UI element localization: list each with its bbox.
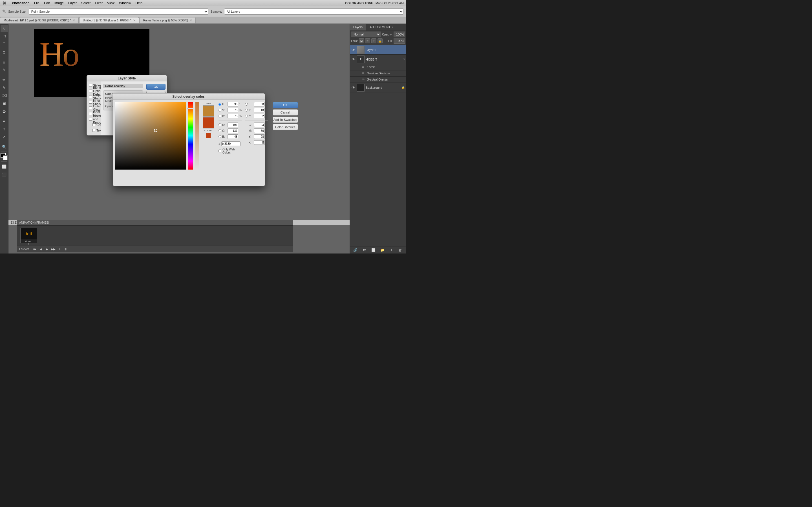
type-tool[interactable]: T — [1, 125, 8, 133]
select-menu[interactable]: Select — [81, 1, 91, 5]
contour-checkbox[interactable] — [93, 123, 95, 126]
only-web-checkbox[interactable] — [218, 150, 221, 152]
R-input[interactable] — [227, 122, 238, 127]
effects-eye[interactable]: 👁 — [361, 65, 365, 69]
hobbit-visibility[interactable]: 👁 — [351, 57, 356, 62]
style-inner-shadow[interactable]: Inner Shadow — [87, 100, 101, 105]
window-menu[interactable]: Window — [119, 1, 131, 5]
new-layer-btn[interactable]: + — [389, 247, 394, 253]
layer1-visibility[interactable]: 👁 — [351, 48, 356, 52]
H-radio[interactable] — [218, 103, 221, 106]
layer-menu[interactable]: Layer — [68, 1, 77, 5]
G-radio[interactable] — [218, 129, 221, 132]
bevel-emboss-eye[interactable]: 👁 — [361, 71, 365, 75]
filter-menu[interactable]: Filter — [95, 1, 103, 5]
cp-ok-button[interactable]: OK — [273, 102, 298, 108]
ok-button[interactable]: OK — [146, 83, 165, 90]
gradient-overlay-eye[interactable]: 👁 — [361, 78, 365, 82]
marquee-tool[interactable]: ⬚ — [1, 33, 8, 40]
bg-visibility[interactable]: 👁 — [351, 86, 356, 90]
inner-shadow-checkbox[interactable] — [89, 101, 92, 104]
sample-select[interactable]: All Layers — [224, 8, 404, 15]
layer-item-hobbit[interactable]: 👁 T HOBBIT fx — [350, 55, 406, 64]
fill-input[interactable] — [394, 38, 405, 44]
a-input[interactable] — [254, 108, 265, 112]
a-radio[interactable] — [245, 109, 248, 112]
anim-next-btn[interactable]: ▶▶ — [51, 247, 56, 251]
B-input[interactable] — [227, 114, 238, 118]
bevel-emboss-effect[interactable]: 👁 Bevel and Emboss — [350, 70, 406, 76]
photoshop-menu[interactable]: Photoshop — [12, 1, 30, 5]
anim-play-btn[interactable]: ▶ — [45, 247, 50, 251]
dodge-tool[interactable]: ◒ — [1, 108, 8, 115]
cp-add-swatches-button[interactable]: Add To Swatches — [273, 117, 298, 123]
layer-item-background[interactable]: 👁 Background 🔒 — [350, 83, 406, 93]
B2-input[interactable] — [227, 134, 238, 139]
lock-all-btn[interactable]: 🔒 — [377, 38, 383, 43]
animation-frame-1[interactable]: A:it 0 sec. 1 — [20, 228, 37, 243]
b3-input[interactable] — [254, 114, 265, 118]
lock-transparency-btn[interactable]: ◪ — [359, 38, 364, 43]
pen-tool[interactable]: ✒ — [1, 117, 8, 125]
K-input[interactable] — [254, 140, 265, 145]
gradient-overlay-effect[interactable]: 👁 Gradient Overlay — [350, 76, 406, 83]
link-layers-btn[interactable]: 🔗 — [353, 247, 358, 253]
anim-delete-frame-btn[interactable]: 🗑 — [63, 247, 68, 251]
new-group-btn[interactable]: 📁 — [379, 247, 385, 253]
style-blending[interactable]: Blending Options: Default — [87, 88, 101, 94]
tab-1-close[interactable]: ✕ — [133, 19, 135, 22]
delete-layer-btn[interactable]: 🗑 — [398, 247, 403, 253]
background-color[interactable] — [3, 155, 8, 160]
tab-0[interactable]: Middle-earth EP 1 1.psd @ 33.3% (HOBBIT,… — [0, 17, 79, 23]
anim-first-btn[interactable]: ⏮ — [32, 247, 37, 251]
cp-color-libraries-button[interactable]: Color Libraries — [273, 124, 298, 130]
screen-mode-btn[interactable]: ⬛ — [1, 171, 8, 178]
eyedropper-tool-tb[interactable]: ✎ — [1, 66, 8, 73]
eraser-tool[interactable]: ⌫ — [1, 92, 8, 99]
style-satin[interactable]: Satin — [87, 133, 101, 135]
H-input[interactable] — [227, 102, 238, 107]
blending-checkbox[interactable] — [89, 90, 92, 93]
sample-size-select[interactable]: Point Sample — [29, 8, 208, 15]
tab-2-close[interactable]: ✕ — [190, 19, 192, 22]
style-outer-glow[interactable]: Outer Glow — [87, 105, 101, 111]
tab-1[interactable]: Untitled-1 @ 33.3% (Layer 1, RGB/8) * ✕ — [79, 17, 139, 23]
b3-radio[interactable] — [245, 115, 248, 117]
gradient-tool[interactable]: ▣ — [1, 100, 8, 107]
quick-select-tool[interactable]: ⊙ — [1, 48, 8, 56]
foreground-background-colors[interactable] — [1, 153, 8, 160]
L-radio[interactable] — [245, 103, 248, 106]
tab-2[interactable]: Runes Texture.png @ 50% (RGB/8) ✕ — [140, 17, 196, 23]
R-radio[interactable] — [218, 123, 221, 126]
L-input[interactable] — [254, 102, 265, 107]
S-input[interactable] — [227, 108, 238, 112]
M-input[interactable] — [254, 128, 265, 133]
apple-menu[interactable]: ⌘ — [2, 1, 6, 5]
view-menu[interactable]: View — [107, 1, 114, 5]
cp-cancel-button[interactable]: Cancel — [273, 109, 298, 115]
styles-checkbox[interactable] — [89, 84, 92, 87]
path-tool[interactable]: ↗ — [1, 133, 8, 140]
quick-mask-btn[interactable]: ⬜ — [1, 163, 8, 170]
satin-checkbox[interactable] — [89, 135, 92, 135]
edit-menu[interactable]: Edit — [44, 1, 50, 5]
S-radio[interactable] — [218, 109, 221, 112]
adjustments-tab[interactable]: ADJUSTMENTS — [366, 24, 396, 31]
Y-input[interactable] — [254, 134, 265, 139]
clone-tool[interactable]: ✎ — [1, 84, 8, 91]
style-texture[interactable]: Texture — [87, 128, 101, 133]
layers-tab[interactable]: Layers — [350, 24, 366, 31]
anim-prev-btn[interactable]: ◀ — [38, 247, 43, 251]
help-menu[interactable]: Help — [136, 1, 143, 5]
lasso-tool[interactable]: ⌒ — [1, 41, 8, 48]
lock-pixels-btn[interactable]: ✏ — [365, 38, 370, 43]
inner-glow-checkbox[interactable] — [89, 112, 92, 115]
hex-input[interactable] — [221, 142, 241, 146]
brush-tool[interactable]: ✏ — [1, 76, 8, 83]
style-drop-shadow[interactable]: Drop Shadow — [87, 94, 101, 100]
tab-0-close[interactable]: ✕ — [73, 19, 75, 22]
layer-blend-mode-select[interactable]: Normal — [351, 32, 381, 37]
B-radio[interactable] — [218, 115, 221, 117]
texture-checkbox[interactable] — [93, 129, 95, 132]
opacity-input[interactable] — [394, 32, 405, 37]
